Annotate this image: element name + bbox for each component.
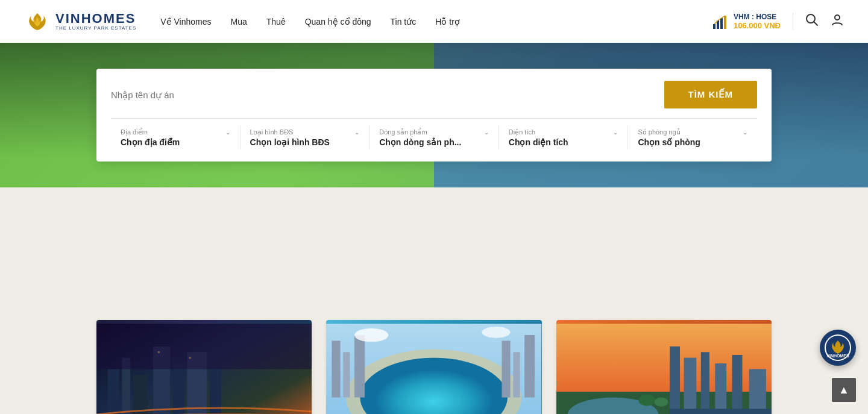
svg-rect-24	[354, 335, 365, 397]
svg-rect-25	[502, 340, 511, 397]
svg-rect-14	[210, 366, 221, 414]
scroll-top-button[interactable]: ▲	[832, 378, 856, 402]
chevron-down-icon: ⌄	[613, 129, 618, 136]
stock-price: 106.000 VNĐ	[734, 21, 781, 30]
svg-rect-37	[684, 358, 696, 414]
stock-label: VHM : HOSE	[734, 13, 781, 21]
search-input[interactable]	[111, 85, 657, 105]
filter-so-phong-ngu-label: Số phòng ngủ ⌄	[638, 128, 747, 136]
header-right: VHM : HOSE 106.000 VNĐ	[712, 13, 844, 30]
logo-text: VINHOMES THE LUXURY PARK ESTATES	[55, 12, 136, 31]
chevron-down-icon: ⌄	[225, 129, 230, 136]
logo-icon	[24, 8, 51, 35]
card-smart-city-image	[96, 320, 312, 414]
svg-rect-12	[173, 363, 184, 414]
filter-dien-tich[interactable]: Diện tích ⌄ Chọn diện tích	[499, 126, 629, 149]
stock-info: VHM : HOSE 106.000 VNĐ	[734, 13, 781, 30]
filter-dong-san-pham-value: Chọn dòng sản ph...	[379, 137, 489, 147]
filter-dia-diem-label: Địa điểm ⌄	[121, 128, 230, 136]
svg-rect-17	[96, 324, 312, 369]
nav-tin-tuc[interactable]: Tin tức	[391, 17, 417, 27]
filter-loai-hinh-value: Chọn loại hình BĐS	[250, 137, 360, 147]
svg-point-43	[638, 395, 655, 406]
svg-point-32	[482, 327, 511, 338]
svg-rect-27	[524, 335, 535, 397]
filter-loai-hinh-label: Loại hình BĐS ⌄	[250, 128, 360, 136]
filter-dia-diem-value: Chọn địa điểm	[121, 137, 230, 147]
card-grand-park[interactable]: Vinhomes Grand Park Vinhomes Grand Park …	[556, 320, 772, 414]
svg-rect-10	[133, 375, 148, 414]
filter-dien-tich-value: Chọn diện tích	[509, 137, 618, 147]
card-grand-park-image	[556, 320, 772, 414]
logo[interactable]: VINHOMES THE LUXURY PARK ESTATES	[24, 8, 136, 35]
ocean-park-svg	[326, 320, 541, 414]
filter-dia-diem[interactable]: Địa điểm ⌄ Chọn địa điểm	[111, 126, 241, 149]
svg-rect-0	[713, 24, 715, 29]
search-container: TÌM KIẾM Địa điểm ⌄ Chọn địa điểm Loại h…	[96, 69, 772, 162]
filter-row: Địa điểm ⌄ Chọn địa điểm Loại hình BĐS ⌄…	[111, 118, 757, 149]
fab-logo-icon: VINHOMES	[826, 336, 850, 360]
svg-rect-3	[724, 16, 726, 29]
svg-rect-2	[720, 18, 723, 29]
svg-rect-41	[749, 369, 766, 414]
svg-rect-40	[732, 355, 742, 414]
card-ocean-park-image	[326, 320, 541, 414]
svg-point-31	[354, 328, 388, 342]
main-nav: Về Vinhomes Mua Thuê Quan hệ cổ đông Tin…	[160, 17, 712, 27]
vinhomes-fab[interactable]: VINHOMES	[820, 330, 856, 366]
cards-section: Vinhomes Smart City Vinhomes Smart City …	[0, 187, 868, 414]
card-ocean-park[interactable]: Vinhomes Ocean Park Vinhomes Ocean Park …	[326, 320, 541, 414]
svg-line-5	[814, 22, 817, 25]
filter-so-phong-ngu-value: Chọn số phòng	[638, 137, 747, 147]
stock-chart-icon	[712, 13, 729, 30]
svg-rect-42	[670, 409, 772, 414]
card-smart-city[interactable]: Vinhomes Smart City Vinhomes Smart City …	[96, 320, 312, 414]
svg-point-6	[835, 15, 840, 20]
chevron-down-icon: ⌄	[354, 129, 359, 136]
fab-logo: VINHOMES	[825, 334, 851, 361]
nav-mua[interactable]: Mua	[231, 17, 247, 27]
hero-section: TÌM KIẾM Địa điểm ⌄ Chọn địa điểm Loại h…	[0, 43, 868, 187]
svg-rect-26	[514, 352, 520, 397]
svg-rect-38	[700, 352, 709, 414]
stock-widget[interactable]: VHM : HOSE 106.000 VNĐ	[712, 13, 793, 30]
svg-rect-36	[670, 347, 680, 414]
cards-grid: Vinhomes Smart City Vinhomes Smart City …	[96, 320, 772, 414]
nav-ho-tro[interactable]: Hỗ trợ	[435, 17, 460, 27]
svg-rect-39	[715, 363, 726, 414]
nav-ve-vinhomes[interactable]: Về Vinhomes	[160, 17, 211, 27]
logo-main-text: VINHOMES	[55, 12, 136, 25]
filter-so-phong-ngu[interactable]: Số phòng ngủ ⌄ Chọn số phòng	[628, 126, 757, 149]
chevron-down-icon: ⌄	[484, 129, 489, 136]
header: VINHOMES THE LUXURY PARK ESTATES Về Vinh…	[0, 0, 868, 43]
filter-dien-tich-label: Diện tích ⌄	[509, 128, 618, 136]
svg-rect-8	[108, 369, 119, 414]
svg-rect-22	[332, 340, 341, 397]
search-icon[interactable]	[805, 13, 819, 30]
filter-loai-hinh-bds[interactable]: Loại hình BĐS ⌄ Chọn loại hình BĐS	[241, 126, 370, 149]
user-icon[interactable]	[831, 13, 844, 30]
svg-point-44	[654, 398, 668, 407]
svg-rect-23	[344, 352, 350, 397]
logo-sub-text: THE LUXURY PARK ESTATES	[55, 25, 136, 31]
svg-text:VINHOMES: VINHOMES	[826, 354, 849, 358]
filter-dong-san-pham[interactable]: Dòng sản phẩm ⌄ Chọn dòng sản ph...	[370, 126, 499, 149]
smart-city-svg	[96, 320, 312, 414]
nav-thue[interactable]: Thuê	[266, 17, 286, 27]
search-button[interactable]: TÌM KIẾM	[664, 81, 758, 108]
filter-dong-san-pham-label: Dòng sản phẩm ⌄	[379, 128, 489, 136]
grand-park-svg	[556, 320, 772, 414]
search-row: TÌM KIẾM	[111, 81, 757, 108]
chevron-down-icon: ⌄	[743, 129, 747, 136]
nav-quan-he-co-dong[interactable]: Quan hệ cổ đông	[305, 17, 371, 27]
